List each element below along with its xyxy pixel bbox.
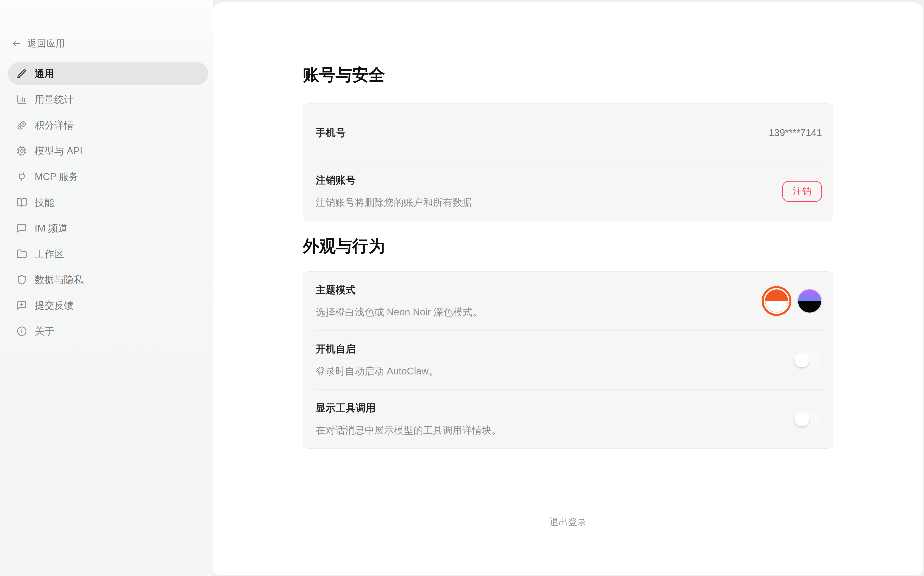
sidebar-item-label: 通用 [35, 67, 54, 80]
autostart-label: 开机自启 [316, 342, 439, 355]
sidebar-item-data-privacy[interactable]: 数据与隐私 [8, 268, 208, 291]
show-tool-calls-row: 显示工具调用 在对话消息中展示模型的工具调用详情块。 [316, 389, 822, 448]
settings-screen: 返回应用 通用用量统计积分详情模型与 APIMCP 服务技能IM 频道工作区数据… [0, 0, 924, 576]
back-button[interactable]: 返回应用 [8, 37, 208, 50]
autostart-text: 开机自启 登录时自动启动 AutoClaw。 [316, 342, 439, 378]
theme-mode-label: 主题模式 [316, 283, 482, 296]
sidebar-item-label: 模型与 API [35, 144, 82, 158]
logout-button[interactable]: 退出登录 [303, 515, 833, 529]
theme-picker [762, 286, 822, 316]
account-security-card: 手机号 139****7141 注销账号 注销账号将删除您的账户和所有数据 注销 [303, 104, 833, 221]
section-title-appearance-behavior: 外观与行为 [303, 235, 833, 258]
sidebar-item-models-api[interactable]: 模型与 API [8, 139, 208, 163]
toggle-knob [794, 353, 809, 367]
arrow-left-icon [11, 38, 22, 49]
phone-number-row: 手机号 139****7141 [316, 104, 822, 162]
sidebar-item-skills[interactable]: 技能 [8, 191, 208, 214]
delete-account-label: 注销账号 [316, 174, 472, 187]
sidebar-item-mcp-services[interactable]: MCP 服务 [8, 165, 208, 188]
sidebar-item-label: 积分详情 [35, 119, 74, 132]
folder-icon [16, 249, 27, 259]
toggle-knob [794, 412, 809, 426]
phone-number-value: 139****7141 [769, 127, 822, 138]
sidebar-nav: 通用用量统计积分详情模型与 APIMCP 服务技能IM 频道工作区数据与隐私提交… [8, 62, 208, 343]
section-title-account-security: 账号与安全 [303, 64, 833, 86]
sidebar-item-label: 技能 [35, 196, 54, 209]
sidebar-item-label: 数据与隐私 [35, 273, 83, 286]
sidebar-item-about[interactable]: 关于 [8, 320, 208, 343]
show-tool-calls-description: 在对话消息中展示模型的工具调用详情块。 [316, 424, 501, 437]
theme-dark-button[interactable] [797, 288, 822, 314]
phone-number-label: 手机号 [316, 126, 346, 139]
delete-account-description: 注销账号将删除您的账户和所有数据 [316, 196, 472, 209]
sidebar-item-feedback[interactable]: 提交反馈 [8, 294, 208, 317]
theme-mode-row: 主题模式 选择橙白浅色或 Neon Noir 深色模式。 [316, 272, 822, 330]
sidebar-item-usage-stats[interactable]: 用量统计 [8, 88, 208, 111]
autostart-toggle[interactable] [793, 352, 822, 368]
show-tool-calls-toggle[interactable] [793, 411, 822, 427]
settings-content: 账号与安全 手机号 139****7141 注销账号 注销账号将删除您的账户和所… [303, 2, 833, 529]
sidebar-item-label: 关于 [35, 325, 54, 338]
pen-icon [16, 68, 27, 79]
back-label: 返回应用 [27, 37, 65, 50]
sidebar-item-label: 工作区 [35, 248, 64, 261]
plug-icon [16, 171, 27, 182]
sidebar-item-workspace[interactable]: 工作区 [8, 242, 208, 266]
info-icon [16, 326, 27, 336]
message-square-icon [16, 223, 27, 234]
delete-account-button[interactable]: 注销 [782, 181, 822, 202]
theme-mode-text: 主题模式 选择橙白浅色或 Neon Noir 深色模式。 [316, 283, 482, 319]
book-open-icon [16, 197, 27, 208]
theme-mode-description: 选择橙白浅色或 Neon Noir 深色模式。 [316, 306, 482, 319]
cpu-icon [16, 146, 27, 156]
message-square-plus-icon [16, 300, 27, 311]
sidebar-item-label: 用量统计 [35, 93, 74, 106]
show-tool-calls-label: 显示工具调用 [316, 401, 501, 414]
sidebar-item-general[interactable]: 通用 [8, 62, 208, 85]
theme-light-swatch-icon [765, 290, 788, 312]
sidebar-item-label: IM 频道 [35, 222, 68, 235]
delete-account-row: 注销账号 注销账号将删除您的账户和所有数据 注销 [316, 162, 822, 221]
appearance-behavior-card: 主题模式 选择橙白浅色或 Neon Noir 深色模式。 开机自启 登录时自动启… [303, 271, 833, 449]
theme-light-button[interactable] [762, 286, 791, 316]
sidebar-item-label: MCP 服务 [35, 170, 78, 183]
sidebar-item-im-channels[interactable]: IM 频道 [8, 217, 208, 240]
settings-panel: 账号与安全 手机号 139****7141 注销账号 注销账号将删除您的账户和所… [213, 2, 923, 575]
shield-icon [16, 274, 27, 285]
sidebar-item-credits[interactable]: 积分详情 [8, 114, 208, 137]
sidebar-item-label: 提交反馈 [35, 299, 74, 312]
settings-sidebar: 返回应用 通用用量统计积分详情模型与 APIMCP 服务技能IM 频道工作区数据… [0, 0, 213, 576]
delete-account-text: 注销账号 注销账号将删除您的账户和所有数据 [316, 174, 472, 209]
bar-chart-icon [16, 94, 27, 105]
autostart-row: 开机自启 登录时自动启动 AutoClaw。 [316, 330, 822, 389]
autostart-description: 登录时自动启动 AutoClaw。 [316, 365, 439, 378]
coins-icon [16, 120, 27, 131]
show-tool-calls-text: 显示工具调用 在对话消息中展示模型的工具调用详情块。 [316, 401, 501, 437]
